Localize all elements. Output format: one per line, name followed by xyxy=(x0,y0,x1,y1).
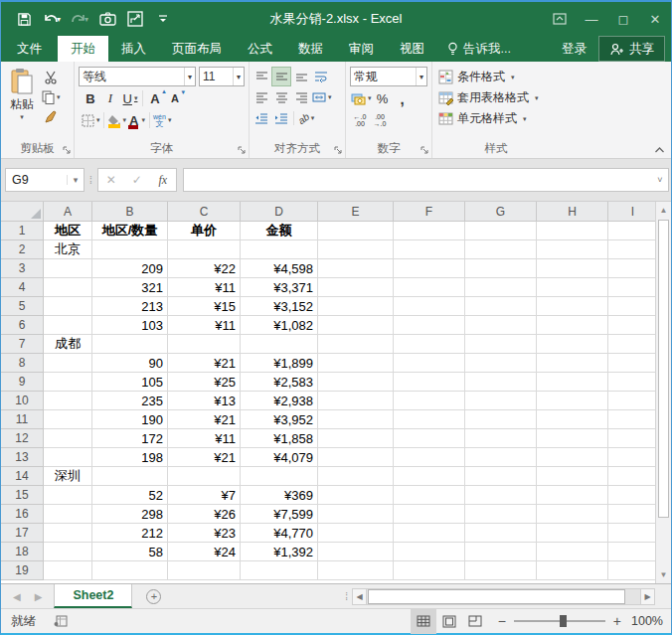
cell-I16[interactable] xyxy=(608,505,655,524)
scroll-left-icon[interactable]: ◀ xyxy=(352,588,367,605)
cell-I3[interactable] xyxy=(608,259,655,278)
cell-H12[interactable] xyxy=(537,429,608,448)
row-header-8[interactable]: 8 xyxy=(1,354,44,373)
cell-G2[interactable] xyxy=(465,240,537,259)
cell-A2[interactable]: 北京 xyxy=(44,240,92,259)
merge-center-button[interactable] xyxy=(311,87,333,107)
cell-B6[interactable]: 103 xyxy=(92,316,168,335)
tab-formulas[interactable]: 公式 xyxy=(235,36,285,62)
cell-A10[interactable] xyxy=(44,392,92,410)
column-header-B[interactable]: B xyxy=(92,202,168,222)
paste-dropdown-icon[interactable]: ▾ xyxy=(20,113,24,121)
cell-B12[interactable]: 172 xyxy=(92,429,168,448)
alignment-dialog-launcher-icon[interactable] xyxy=(334,146,343,155)
cell-D10[interactable]: ¥2,938 xyxy=(241,392,318,410)
undo-dropdown-icon[interactable]: ▾ xyxy=(57,15,61,24)
vertical-scrollbar[interactable]: ▲ ▼ xyxy=(655,202,671,583)
cell-B16[interactable]: 298 xyxy=(92,505,168,524)
normal-view-button[interactable] xyxy=(411,609,436,634)
cell-F12[interactable] xyxy=(394,429,465,448)
cell-B5[interactable]: 213 xyxy=(92,297,168,316)
sheet-next-icon[interactable]: ▶ xyxy=(35,591,43,602)
cell-A6[interactable] xyxy=(44,316,92,335)
cell-I11[interactable] xyxy=(608,410,655,429)
cell-E1[interactable] xyxy=(318,222,394,240)
cell-E15[interactable] xyxy=(318,486,394,505)
cell-F14[interactable] xyxy=(394,467,465,486)
cell-I5[interactable] xyxy=(608,297,655,316)
cell-E2[interactable] xyxy=(318,240,394,259)
row-header-6[interactable]: 6 xyxy=(1,316,44,335)
cell-F8[interactable] xyxy=(394,354,465,373)
cell-I7[interactable] xyxy=(608,335,655,354)
cell-H8[interactable] xyxy=(537,354,608,373)
cell-H18[interactable] xyxy=(537,543,608,561)
cell-F3[interactable] xyxy=(394,259,465,278)
cell-I14[interactable] xyxy=(608,467,655,486)
cell-B19[interactable] xyxy=(92,561,168,580)
horizontal-scroll-track[interactable] xyxy=(367,588,640,605)
cell-C17[interactable]: ¥23 xyxy=(168,524,241,543)
cell-H7[interactable] xyxy=(537,335,608,354)
expand-formula-bar-icon[interactable]: ˅ xyxy=(652,175,668,185)
zoom-out-icon[interactable]: − xyxy=(498,613,506,629)
cell-H13[interactable] xyxy=(537,448,608,467)
cell-C14[interactable] xyxy=(168,467,241,486)
cell-D12[interactable]: ¥1,858 xyxy=(241,429,318,448)
cell-A18[interactable] xyxy=(44,543,92,561)
cell-H19[interactable] xyxy=(537,561,608,580)
column-header-H[interactable]: H xyxy=(537,202,608,222)
cell-H4[interactable] xyxy=(537,278,608,297)
cell-G8[interactable] xyxy=(465,354,537,373)
tab-view[interactable]: 视图 xyxy=(387,36,437,62)
borders-button[interactable] xyxy=(81,110,101,130)
cell-C10[interactable]: ¥13 xyxy=(168,392,241,410)
paste-button[interactable]: 粘贴 ▾ xyxy=(3,64,41,141)
shrink-font-button[interactable]: A xyxy=(165,88,185,108)
save-icon[interactable] xyxy=(11,6,37,32)
cell-G11[interactable] xyxy=(465,410,537,429)
cell-F13[interactable] xyxy=(394,448,465,467)
font-name-select[interactable]: 等线 ▾ xyxy=(79,67,196,86)
row-header-12[interactable]: 12 xyxy=(1,429,44,448)
cell-G12[interactable] xyxy=(465,429,537,448)
tab-scroll-separator[interactable]: ⁞ xyxy=(341,584,352,608)
align-left-button[interactable] xyxy=(252,87,271,107)
cell-F6[interactable] xyxy=(394,316,465,335)
accounting-format-button[interactable] xyxy=(350,88,373,108)
cell-A16[interactable] xyxy=(44,505,92,524)
wrap-text-button[interactable] xyxy=(311,67,331,86)
zoom-slider[interactable] xyxy=(514,620,605,622)
cell-F1[interactable] xyxy=(394,222,465,240)
underline-button[interactable]: U xyxy=(120,88,140,108)
cell-A3[interactable] xyxy=(44,259,92,278)
cell-F17[interactable] xyxy=(394,524,465,543)
cell-H15[interactable] xyxy=(537,486,608,505)
cell-E16[interactable] xyxy=(318,505,394,524)
cell-E7[interactable] xyxy=(318,335,394,354)
cell-E18[interactable] xyxy=(318,543,394,561)
cell-C8[interactable]: ¥21 xyxy=(168,354,241,373)
comma-style-button[interactable]: , xyxy=(393,88,413,108)
align-middle-button[interactable] xyxy=(271,67,291,86)
cell-E4[interactable] xyxy=(318,278,394,297)
row-header-7[interactable]: 7 xyxy=(1,335,44,354)
cell-D17[interactable]: ¥4,770 xyxy=(241,524,318,543)
cell-A5[interactable] xyxy=(44,297,92,316)
scroll-up-icon[interactable]: ▲ xyxy=(656,202,671,219)
format-as-table-button[interactable]: 套用表格格式 xyxy=(434,87,558,108)
cell-D3[interactable]: ¥4,598 xyxy=(241,259,318,278)
minimize-icon[interactable]: — xyxy=(576,6,607,32)
cell-H1[interactable] xyxy=(537,222,608,240)
cell-B13[interactable]: 198 xyxy=(92,448,168,467)
name-box[interactable]: G9 ▾ xyxy=(5,168,84,192)
cell-I13[interactable] xyxy=(608,448,655,467)
insert-function-icon[interactable]: fx xyxy=(150,173,176,188)
row-header-11[interactable]: 11 xyxy=(1,410,44,429)
cell-D9[interactable]: ¥2,583 xyxy=(241,373,318,392)
resize-table-icon[interactable] xyxy=(122,6,148,32)
cell-D8[interactable]: ¥1,899 xyxy=(241,354,318,373)
cell-B11[interactable]: 190 xyxy=(92,410,168,429)
share-button[interactable]: 共享 xyxy=(598,36,665,62)
zoom-level[interactable]: 100% xyxy=(631,614,671,628)
